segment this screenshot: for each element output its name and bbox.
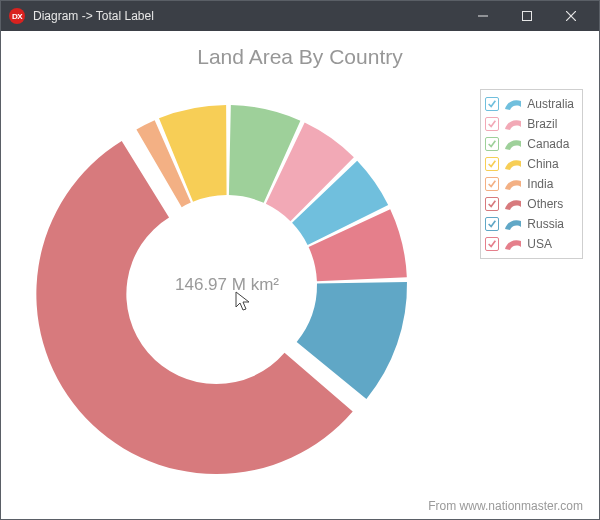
legend-label: Australia — [527, 97, 574, 111]
minimize-button[interactable] — [461, 1, 505, 31]
donut-chart[interactable]: 146.97 M km² — [27, 85, 427, 485]
legend-checkbox[interactable] — [485, 97, 499, 111]
legend-label: USA — [527, 237, 552, 251]
legend-item-russia[interactable]: Russia — [485, 214, 574, 234]
legend-swatch-icon — [503, 177, 523, 191]
maximize-button[interactable] — [505, 1, 549, 31]
legend-checkbox[interactable] — [485, 117, 499, 131]
app-icon — [9, 8, 25, 24]
legend: AustraliaBrazilCanadaChinaIndiaOthersRus… — [480, 89, 583, 259]
legend-swatch-icon — [503, 217, 523, 231]
svg-rect-1 — [523, 12, 532, 21]
legend-checkbox[interactable] — [485, 177, 499, 191]
legend-item-others[interactable]: Others — [485, 194, 574, 214]
legend-label: Brazil — [527, 117, 557, 131]
credit-label: From www.nationmaster.com — [428, 499, 583, 513]
app-window: Diagram -> Total Label Land Area By Coun… — [0, 0, 600, 520]
chart-area: 146.97 M km² AustraliaBrazilCanadaChinaI… — [17, 75, 583, 495]
legend-checkbox[interactable] — [485, 217, 499, 231]
legend-item-china[interactable]: China — [485, 154, 574, 174]
legend-item-brazil[interactable]: Brazil — [485, 114, 574, 134]
legend-swatch-icon — [503, 237, 523, 251]
chart-title: Land Area By Country — [17, 45, 583, 69]
legend-swatch-icon — [503, 137, 523, 151]
legend-checkbox[interactable] — [485, 197, 499, 211]
legend-swatch-icon — [503, 117, 523, 131]
legend-label: Others — [527, 197, 563, 211]
legend-checkbox[interactable] — [485, 157, 499, 171]
legend-label: China — [527, 157, 558, 171]
legend-item-usa[interactable]: USA — [485, 234, 574, 254]
legend-item-canada[interactable]: Canada — [485, 134, 574, 154]
legend-label: Russia — [527, 217, 564, 231]
window-title: Diagram -> Total Label — [33, 9, 154, 23]
legend-item-australia[interactable]: Australia — [485, 94, 574, 114]
close-button[interactable] — [549, 1, 593, 31]
legend-label: India — [527, 177, 553, 191]
content-area: Land Area By Country 146.97 M km² Austra… — [1, 31, 599, 519]
legend-checkbox[interactable] — [485, 137, 499, 151]
legend-swatch-icon — [503, 97, 523, 111]
legend-item-india[interactable]: India — [485, 174, 574, 194]
legend-swatch-icon — [503, 157, 523, 171]
legend-swatch-icon — [503, 197, 523, 211]
titlebar: Diagram -> Total Label — [1, 1, 599, 31]
legend-checkbox[interactable] — [485, 237, 499, 251]
legend-label: Canada — [527, 137, 569, 151]
